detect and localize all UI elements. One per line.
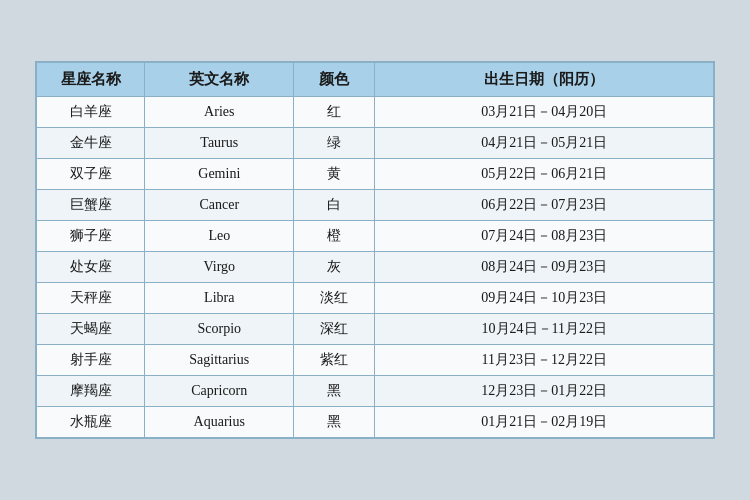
table-row: 摩羯座Capricorn黑12月23日－01月22日 xyxy=(37,376,714,407)
cell-zh: 白羊座 xyxy=(37,97,145,128)
cell-date: 04月21日－05月21日 xyxy=(375,128,714,159)
cell-en: Aries xyxy=(145,97,294,128)
cell-date: 08月24日－09月23日 xyxy=(375,252,714,283)
header-date: 出生日期（阳历） xyxy=(375,63,714,97)
table-row: 金牛座Taurus绿04月21日－05月21日 xyxy=(37,128,714,159)
table-row: 水瓶座Aquarius黑01月21日－02月19日 xyxy=(37,407,714,438)
table-header-row: 星座名称 英文名称 颜色 出生日期（阳历） xyxy=(37,63,714,97)
cell-date: 10月24日－11月22日 xyxy=(375,314,714,345)
cell-color: 绿 xyxy=(294,128,375,159)
zodiac-table-container: 星座名称 英文名称 颜色 出生日期（阳历） 白羊座Aries红03月21日－04… xyxy=(35,61,715,439)
cell-zh: 摩羯座 xyxy=(37,376,145,407)
cell-en: Sagittarius xyxy=(145,345,294,376)
header-zh: 星座名称 xyxy=(37,63,145,97)
cell-zh: 金牛座 xyxy=(37,128,145,159)
cell-en: Gemini xyxy=(145,159,294,190)
cell-en: Libra xyxy=(145,283,294,314)
cell-zh: 水瓶座 xyxy=(37,407,145,438)
cell-en: Leo xyxy=(145,221,294,252)
table-row: 白羊座Aries红03月21日－04月20日 xyxy=(37,97,714,128)
cell-date: 06月22日－07月23日 xyxy=(375,190,714,221)
cell-color: 紫红 xyxy=(294,345,375,376)
cell-date: 12月23日－01月22日 xyxy=(375,376,714,407)
cell-date: 09月24日－10月23日 xyxy=(375,283,714,314)
cell-color: 红 xyxy=(294,97,375,128)
table-row: 巨蟹座Cancer白06月22日－07月23日 xyxy=(37,190,714,221)
cell-color: 黑 xyxy=(294,376,375,407)
cell-en: Virgo xyxy=(145,252,294,283)
cell-color: 灰 xyxy=(294,252,375,283)
cell-date: 11月23日－12月22日 xyxy=(375,345,714,376)
cell-date: 07月24日－08月23日 xyxy=(375,221,714,252)
cell-en: Taurus xyxy=(145,128,294,159)
header-color: 颜色 xyxy=(294,63,375,97)
cell-date: 03月21日－04月20日 xyxy=(375,97,714,128)
cell-color: 黑 xyxy=(294,407,375,438)
cell-color: 白 xyxy=(294,190,375,221)
cell-zh: 双子座 xyxy=(37,159,145,190)
cell-en: Scorpio xyxy=(145,314,294,345)
cell-date: 05月22日－06月21日 xyxy=(375,159,714,190)
cell-date: 01月21日－02月19日 xyxy=(375,407,714,438)
table-row: 射手座Sagittarius紫红11月23日－12月22日 xyxy=(37,345,714,376)
cell-en: Aquarius xyxy=(145,407,294,438)
cell-en: Cancer xyxy=(145,190,294,221)
cell-zh: 天秤座 xyxy=(37,283,145,314)
table-row: 狮子座Leo橙07月24日－08月23日 xyxy=(37,221,714,252)
cell-zh: 射手座 xyxy=(37,345,145,376)
cell-color: 淡红 xyxy=(294,283,375,314)
zodiac-table: 星座名称 英文名称 颜色 出生日期（阳历） 白羊座Aries红03月21日－04… xyxy=(36,62,714,438)
cell-color: 橙 xyxy=(294,221,375,252)
table-row: 双子座Gemini黄05月22日－06月21日 xyxy=(37,159,714,190)
table-row: 天秤座Libra淡红09月24日－10月23日 xyxy=(37,283,714,314)
cell-en: Capricorn xyxy=(145,376,294,407)
cell-zh: 处女座 xyxy=(37,252,145,283)
cell-zh: 天蝎座 xyxy=(37,314,145,345)
cell-color: 黄 xyxy=(294,159,375,190)
cell-zh: 巨蟹座 xyxy=(37,190,145,221)
cell-color: 深红 xyxy=(294,314,375,345)
cell-zh: 狮子座 xyxy=(37,221,145,252)
header-en: 英文名称 xyxy=(145,63,294,97)
table-row: 天蝎座Scorpio深红10月24日－11月22日 xyxy=(37,314,714,345)
table-row: 处女座Virgo灰08月24日－09月23日 xyxy=(37,252,714,283)
